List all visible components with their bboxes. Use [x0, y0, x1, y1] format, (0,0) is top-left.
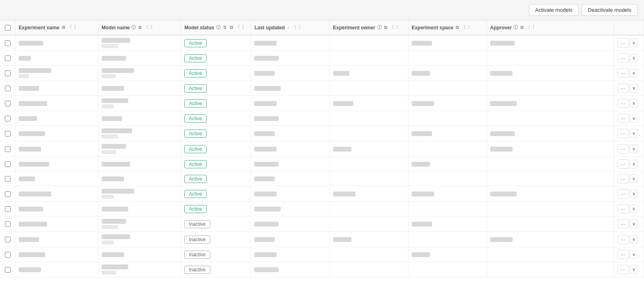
last-updated-cell [251, 51, 330, 66]
row-more-actions-button[interactable]: ··· [618, 174, 629, 183]
last-updated-cell [251, 66, 330, 81]
approver-cell [487, 51, 614, 66]
row-expand-button[interactable]: ∨ [630, 129, 638, 138]
resize-last-updated-handle[interactable]: ⋮⋮ [292, 24, 303, 31]
row-more-actions-button[interactable]: ··· [618, 250, 629, 259]
status-badge: Active [184, 145, 207, 153]
row-more-actions-button[interactable]: ··· [618, 159, 629, 169]
experiment-space-cell [408, 216, 487, 232]
actions-cell: ··· ∨ [614, 81, 644, 96]
filter-model-status-icon[interactable]: ⧉ [229, 24, 234, 31]
row-more-actions-button[interactable]: ··· [618, 189, 629, 198]
row-more-actions-button[interactable]: ··· [618, 235, 629, 244]
last-updated-cell [251, 202, 330, 216]
resize-approver-handle[interactable]: ⋮⋮ [526, 24, 537, 31]
resize-experiment-owner-handle[interactable]: ⋮⋮ [390, 24, 400, 31]
filter-experiment-owner-icon[interactable]: ⧉ [383, 24, 388, 31]
model-name-cell [98, 216, 181, 232]
row-expand-button[interactable]: ∨ [630, 174, 638, 183]
row-checkbox[interactable] [5, 206, 11, 212]
row-more-actions-button[interactable]: ··· [618, 129, 629, 138]
row-checkbox[interactable] [5, 55, 11, 61]
row-expand-button[interactable]: ∨ [630, 114, 638, 123]
row-checkbox[interactable] [5, 116, 11, 121]
experiment-owner-cell [330, 111, 408, 126]
status-badge: Active [184, 190, 207, 198]
row-checkbox[interactable] [5, 176, 11, 182]
experiment-name-cell [15, 111, 98, 126]
row-expand-button[interactable]: ∨ [630, 250, 638, 259]
row-more-actions-button[interactable]: ··· [618, 84, 629, 93]
resize-experiment-name-handle[interactable]: ⋮⋮ [68, 24, 78, 31]
row-checkbox[interactable] [5, 267, 11, 273]
model-name-cell [98, 141, 181, 157]
row-expand-button[interactable]: ∨ [630, 84, 638, 93]
row-expand-button[interactable]: ∨ [630, 160, 638, 168]
row-more-actions-button[interactable]: ··· [618, 53, 629, 63]
row-expand-button[interactable]: ∨ [630, 39, 638, 47]
row-expand-button[interactable]: ∨ [630, 189, 638, 198]
experiment-name-cell [15, 186, 98, 202]
row-checkbox[interactable] [5, 191, 11, 197]
experiment-name-cell [15, 216, 98, 232]
row-checkbox[interactable] [5, 146, 11, 152]
row-expand-button[interactable]: ∨ [630, 220, 638, 228]
resize-experiment-space-handle[interactable]: ⋮⋮ [461, 24, 472, 31]
experiment-space-cell [408, 96, 487, 111]
approver-cell [487, 172, 614, 186]
model-name-cell [98, 186, 181, 202]
row-checkbox[interactable] [5, 252, 11, 258]
model-status-cell: Active [181, 172, 251, 186]
row-expand-button[interactable]: ∨ [630, 265, 638, 274]
select-all-checkbox[interactable] [5, 25, 11, 31]
row-more-actions-button[interactable]: ··· [618, 144, 629, 154]
table-container: Experiment name ⧉ ⋮⋮ Model name ⓘ ⧉ ⋮⋮ [0, 20, 644, 278]
row-more-actions-button[interactable]: ··· [618, 38, 629, 48]
actions-cell: ··· ∨ [614, 202, 644, 216]
experiment-owner-cell [330, 66, 408, 81]
row-checkbox[interactable] [5, 70, 11, 76]
filter-experiment-name-icon[interactable]: ⧉ [61, 24, 66, 31]
row-expand-button[interactable]: ∨ [630, 99, 638, 108]
row-checkbox[interactable] [5, 40, 11, 46]
approver-cell [487, 81, 614, 96]
row-expand-button[interactable]: ∨ [630, 54, 638, 62]
sort-model-status-icon[interactable]: ⇅ [222, 24, 227, 31]
deactivate-models-button[interactable]: Deactivate models [582, 4, 637, 16]
last-updated-cell [251, 157, 330, 172]
model-status-cell: Active [181, 51, 251, 66]
model-status-cell: Active [181, 81, 251, 96]
row-more-actions-button[interactable]: ··· [618, 68, 629, 78]
approver-cell [487, 202, 614, 216]
filter-model-name-icon[interactable]: ⧉ [138, 24, 142, 31]
row-expand-button[interactable]: ∨ [630, 145, 638, 153]
sort-last-updated-icon[interactable]: ↑ [286, 25, 290, 31]
row-more-actions-button[interactable]: ··· [618, 265, 629, 274]
row-checkbox[interactable] [5, 86, 11, 91]
row-more-actions-button[interactable]: ··· [618, 99, 629, 108]
row-checkbox[interactable] [5, 237, 11, 242]
row-expand-button[interactable]: ∨ [630, 205, 638, 213]
resize-model-status-handle[interactable]: ⋮⋮ [236, 24, 246, 31]
experiment-space-cell [408, 157, 487, 172]
experiment-name-cell [15, 126, 98, 141]
model-status-cell: Active [181, 111, 251, 126]
header-last-updated: Last updated ↑ ⋮⋮ [251, 20, 330, 35]
row-checkbox[interactable] [5, 101, 11, 106]
resize-model-name-handle[interactable]: ⋮⋮ [144, 24, 155, 31]
row-more-actions-button[interactable]: ··· [618, 204, 629, 214]
row-checkbox[interactable] [5, 131, 11, 137]
row-expand-button[interactable]: ∨ [630, 69, 638, 77]
row-more-actions-button[interactable]: ··· [618, 219, 629, 229]
model-status-cell: Inactive [181, 232, 251, 247]
activate-models-button[interactable]: Activate models [529, 4, 579, 16]
row-more-actions-button[interactable]: ··· [618, 114, 629, 123]
actions-cell: ··· ∨ [614, 141, 644, 157]
filter-approver-icon[interactable]: ⧉ [520, 24, 524, 31]
filter-experiment-space-icon[interactable]: ⧉ [455, 24, 460, 31]
experiment-name-cell [15, 81, 98, 96]
row-checkbox[interactable] [5, 221, 11, 227]
row-checkbox[interactable] [5, 161, 11, 167]
row-expand-button[interactable]: ∨ [630, 235, 638, 244]
status-badge: Active [184, 130, 207, 138]
